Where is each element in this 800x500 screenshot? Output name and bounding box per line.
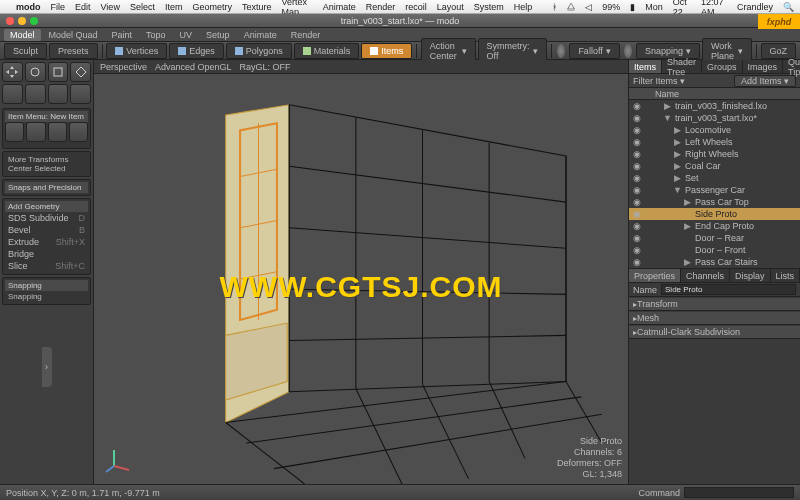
bluetooth-icon[interactable]: ᚼ	[552, 2, 557, 12]
expand-icon[interactable]: ▶	[673, 173, 681, 183]
menu-file[interactable]: File	[51, 2, 66, 12]
presets-button[interactable]: Presets	[49, 43, 98, 59]
menu-edit[interactable]: Edit	[75, 2, 91, 12]
layout-tab-model[interactable]: Model	[4, 29, 41, 41]
items-mode[interactable]: Items	[361, 43, 412, 59]
tool-scale[interactable]	[48, 62, 69, 82]
visibility-icon[interactable]: ◉	[633, 185, 641, 195]
new-item-3[interactable]	[48, 122, 67, 142]
visibility-icon[interactable]: ◉	[633, 197, 641, 207]
visibility-icon[interactable]: ◉	[633, 137, 641, 147]
tree-row[interactable]: ◉▶Locomotive	[629, 124, 800, 136]
accordion-mesh[interactable]: ▸ Mesh	[629, 312, 800, 325]
edit-dot-icon[interactable]: ●	[643, 209, 651, 219]
menu-system[interactable]: System	[474, 2, 504, 12]
tool-7[interactable]	[48, 84, 69, 104]
props-tab-channels[interactable]: Channels	[681, 269, 730, 282]
menu-render[interactable]: Render	[366, 2, 396, 12]
snapping-toggle[interactable]: Snapping	[5, 291, 88, 302]
tree-row[interactable]: ◉▶End Cap Proto	[629, 220, 800, 232]
wifi-icon[interactable]: ⧋	[567, 1, 575, 12]
tree-row[interactable]: ◉▶train_v003_finished.lxo	[629, 100, 800, 112]
expand-icon[interactable]: ▼	[673, 185, 681, 195]
visibility-icon[interactable]: ◉	[633, 149, 641, 159]
props-tab-properties[interactable]: Properties	[629, 269, 681, 282]
tool-move[interactable]	[2, 62, 23, 82]
tree-row[interactable]: ◉▼Passenger Car	[629, 184, 800, 196]
app-name[interactable]: modo	[16, 2, 41, 12]
materials-mode[interactable]: Materials	[294, 43, 360, 59]
item-tree[interactable]: Name ◉▶train_v003_finished.lxo◉▼train_v0…	[629, 88, 800, 268]
filter-items-dropdown[interactable]: Filter Items ▾	[633, 76, 685, 86]
op-slice[interactable]: SliceShift+C	[5, 260, 88, 272]
window-controls[interactable]	[6, 17, 38, 25]
tree-row[interactable]: ◉▶Left Wheels	[629, 136, 800, 148]
tool-rotate[interactable]	[25, 62, 46, 82]
tree-row[interactable]: ◉▶Pass Car Top	[629, 196, 800, 208]
props-tab-lists[interactable]: Lists	[771, 269, 800, 282]
visibility-icon[interactable]: ◉	[633, 161, 641, 171]
layout-tab-uv[interactable]: UV	[174, 29, 199, 41]
sculpt-button[interactable]: Sculpt	[4, 43, 47, 59]
menu-item[interactable]: Item	[165, 2, 183, 12]
viewport[interactable]: Perspective Advanced OpenGL RayGL: OFF	[94, 60, 628, 484]
menu-view[interactable]: View	[101, 2, 120, 12]
menu-geometry[interactable]: Geometry	[192, 2, 232, 12]
axis-gizmo[interactable]	[104, 444, 134, 474]
layout-tab-paint[interactable]: Paint	[106, 29, 139, 41]
new-item-2[interactable]	[26, 122, 45, 142]
tool-8[interactable]	[70, 84, 91, 104]
falloff-knob[interactable]	[557, 44, 565, 58]
expand-icon[interactable]: ▶	[663, 101, 671, 111]
tree-row[interactable]: ◉▶Coal Car	[629, 160, 800, 172]
polygons-mode[interactable]: Polygons	[226, 43, 292, 59]
edges-mode[interactable]: Edges	[169, 43, 224, 59]
accordion-transform[interactable]: ▸ Transform	[629, 298, 800, 311]
command-input[interactable]	[684, 487, 794, 498]
visibility-icon[interactable]: ◉	[633, 125, 641, 135]
vertices-mode[interactable]: Vertices	[106, 43, 167, 59]
tree-row[interactable]: ◉▶Pass Car Stairs	[629, 256, 800, 268]
snapping-knob[interactable]	[624, 44, 632, 58]
tool-transform[interactable]	[70, 62, 91, 82]
tree-row[interactable]: ◉▶Right Wheels	[629, 148, 800, 160]
layout-tab-render[interactable]: Render	[285, 29, 327, 41]
layout-tab-animate[interactable]: Animate	[238, 29, 283, 41]
op-extrude[interactable]: ExtrudeShift+X	[5, 236, 88, 248]
tab-quick-tips[interactable]: Quick Tips	[783, 60, 800, 73]
battery-icon[interactable]: ▮	[630, 2, 635, 12]
viewport-tab-raygl[interactable]: RayGL: OFF	[240, 62, 291, 72]
expand-icon[interactable]: ▶	[683, 197, 691, 207]
tree-row[interactable]: ◉Door – Rear	[629, 232, 800, 244]
tree-row[interactable]: ◉▼train_v003_start.lxo*	[629, 112, 800, 124]
visibility-icon[interactable]: ◉	[633, 113, 641, 123]
menu-select[interactable]: Select	[130, 2, 155, 12]
menu-help[interactable]: Help	[514, 2, 533, 12]
visibility-icon[interactable]: ◉	[633, 245, 641, 255]
props-tab-display[interactable]: Display	[730, 269, 771, 282]
spotlight-icon[interactable]: 🔍	[783, 2, 794, 12]
op-sds[interactable]: SDS SubdivideD	[5, 212, 88, 224]
expand-icon[interactable]: ▶	[683, 221, 691, 231]
tab-items[interactable]: Items	[629, 60, 662, 73]
visibility-icon[interactable]: ◉	[633, 209, 641, 219]
tab-shader-tree[interactable]: Shader Tree	[662, 60, 702, 73]
more-transforms[interactable]: More Transforms Center Selected	[5, 154, 88, 174]
expand-icon[interactable]: ▶	[673, 137, 681, 147]
op-bridge[interactable]: Bridge	[5, 248, 88, 260]
user-name[interactable]: Crandley	[737, 2, 773, 12]
visibility-icon[interactable]: ◉	[633, 101, 641, 111]
new-item-1[interactable]	[5, 122, 24, 142]
add-items-button[interactable]: Add Items ▾	[734, 75, 796, 87]
tool-5[interactable]	[2, 84, 23, 104]
viewport-tab-ogl[interactable]: Advanced OpenGL	[155, 62, 232, 72]
new-item-4[interactable]	[69, 122, 88, 142]
menu-layout[interactable]: Layout	[437, 2, 464, 12]
expand-icon[interactable]: ▶	[683, 257, 691, 267]
add-geometry-header[interactable]: Add Geometry	[5, 201, 88, 212]
expand-icon[interactable]: ▶	[673, 161, 681, 171]
tree-row[interactable]: ◉●Side Proto	[629, 208, 800, 220]
expand-left-icon[interactable]: ›	[42, 347, 52, 387]
expand-icon[interactable]: ▶	[673, 149, 681, 159]
layout-tab-model-quad[interactable]: Model Quad	[43, 29, 104, 41]
